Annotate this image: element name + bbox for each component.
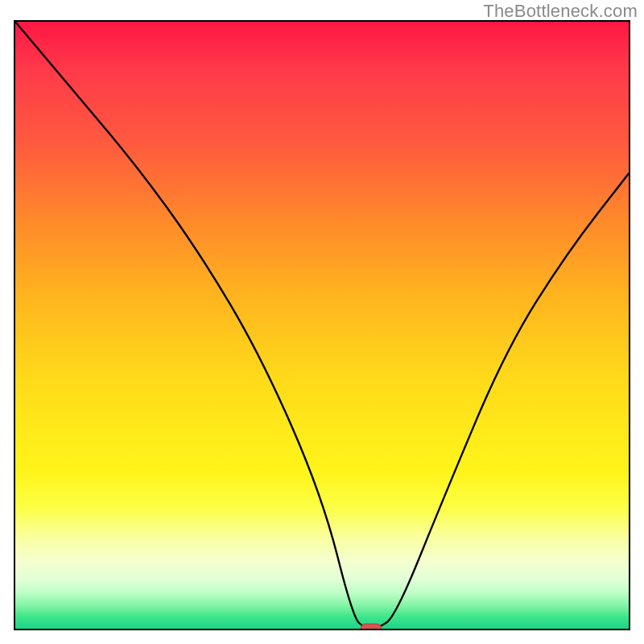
chart-canvas: TheBottleneck.com xyxy=(0,0,644,644)
watermark: TheBottleneck.com xyxy=(483,0,638,23)
chart-svg xyxy=(15,22,629,629)
optimal-marker xyxy=(361,624,382,629)
plot-area xyxy=(14,20,630,630)
bottleneck-curve xyxy=(15,22,629,629)
